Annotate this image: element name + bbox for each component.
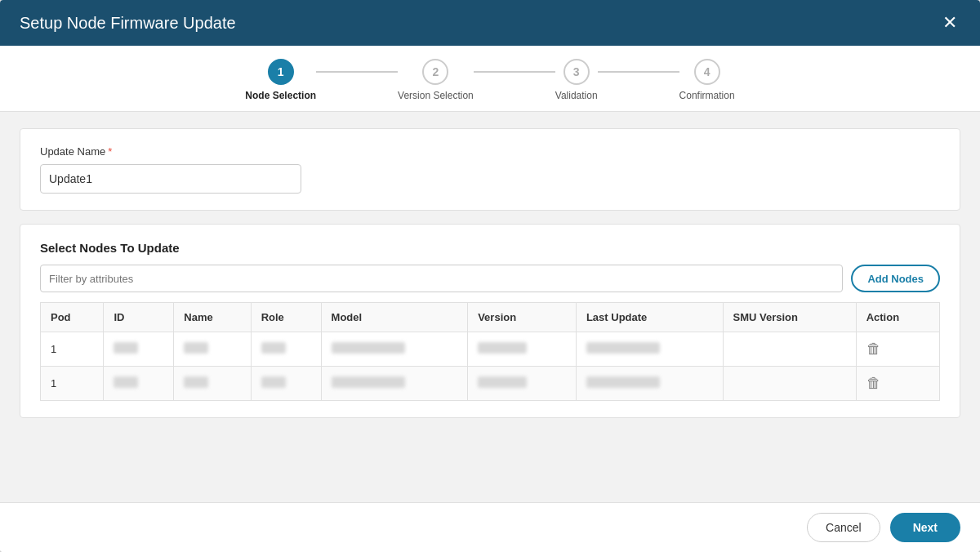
modal-footer: Cancel Next <box>0 502 980 552</box>
stepper: 1 Node Selection 2 Version Selection 3 V… <box>0 46 980 112</box>
cell-action: 🗑 <box>856 332 939 367</box>
modal-body: Update Name* Select Nodes To Update Add … <box>0 112 980 502</box>
update-name-input[interactable] <box>40 164 301 194</box>
update-name-label: Update Name* <box>40 145 940 158</box>
add-nodes-button[interactable]: Add Nodes <box>851 265 940 292</box>
col-model: Model <box>321 303 468 332</box>
cell-pod: 1 <box>41 332 104 367</box>
cell-role <box>251 332 321 367</box>
cell-name <box>174 367 251 401</box>
cell-id <box>104 367 174 401</box>
cell-id <box>104 332 174 367</box>
nodes-selection-card: Select Nodes To Update Add Nodes Pod ID … <box>20 224 960 418</box>
col-last-update: Last Update <box>576 303 723 332</box>
required-indicator: * <box>108 145 112 158</box>
col-version: Version <box>468 303 577 332</box>
col-pod: Pod <box>41 303 104 332</box>
modal-title: Setup Node Firmware Update <box>20 14 236 33</box>
col-smu-version: SMU Version <box>723 303 856 332</box>
step-3-circle: 3 <box>564 59 590 85</box>
step-1: 1 Node Selection <box>245 59 316 101</box>
step-1-label: Node Selection <box>245 90 316 101</box>
step-2-circle: 2 <box>422 59 448 85</box>
cancel-button[interactable]: Cancel <box>807 513 880 542</box>
connector-3-4 <box>598 71 679 73</box>
table-row: 1 🗑 <box>41 367 940 401</box>
filter-row: Add Nodes <box>40 265 940 292</box>
delete-icon[interactable]: 🗑 <box>866 341 881 357</box>
step-4-circle: 4 <box>694 59 720 85</box>
cell-version <box>468 332 577 367</box>
cell-pod: 1 <box>41 367 104 401</box>
step-2: 2 Version Selection <box>398 59 474 101</box>
step-4-label: Confirmation <box>679 90 735 101</box>
update-name-card: Update Name* <box>20 128 960 211</box>
step-3-label: Validation <box>555 90 598 101</box>
connector-2-3 <box>474 71 555 73</box>
cell-last-update <box>576 367 723 401</box>
cell-name <box>174 332 251 367</box>
col-role: Role <box>251 303 321 332</box>
cell-last-update <box>576 332 723 367</box>
table-body: 1 🗑 1 <box>41 332 940 401</box>
filter-input[interactable] <box>40 265 843 292</box>
step-3: 3 Validation <box>555 59 598 101</box>
table-row: 1 🗑 <box>41 332 940 367</box>
cell-smu-version <box>723 367 856 401</box>
col-name: Name <box>174 303 251 332</box>
nodes-table: Pod ID Name Role Model Version Last Upda… <box>40 302 940 401</box>
nodes-section-title: Select Nodes To Update <box>40 241 940 255</box>
cell-version <box>468 367 577 401</box>
col-id: ID <box>104 303 174 332</box>
next-button[interactable]: Next <box>890 513 960 542</box>
col-action: Action <box>856 303 939 332</box>
modal-header: Setup Node Firmware Update ✕ <box>0 0 980 46</box>
cell-role <box>251 367 321 401</box>
cell-smu-version <box>723 332 856 367</box>
close-button[interactable]: ✕ <box>939 11 960 35</box>
cell-action: 🗑 <box>856 367 939 401</box>
connector-1-2 <box>316 71 398 73</box>
delete-icon[interactable]: 🗑 <box>866 375 881 391</box>
modal-container: Setup Node Firmware Update ✕ 1 Node Sele… <box>0 0 980 552</box>
step-1-circle: 1 <box>268 59 294 85</box>
cell-model <box>321 367 468 401</box>
step-4: 4 Confirmation <box>679 59 735 101</box>
table-header: Pod ID Name Role Model Version Last Upda… <box>41 303 940 332</box>
step-2-label: Version Selection <box>398 90 474 101</box>
cell-model <box>321 332 468 367</box>
